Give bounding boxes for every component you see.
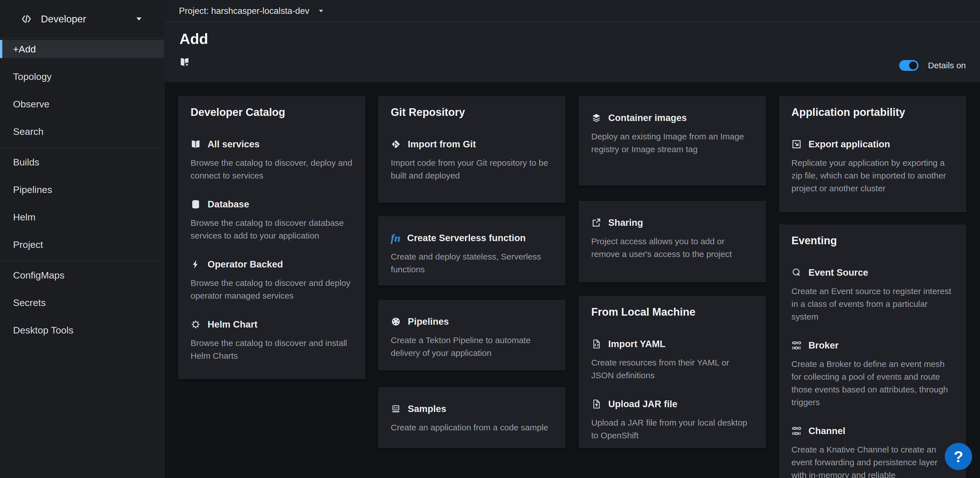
perspective-switcher[interactable]: Developer <box>0 0 164 38</box>
add-item-head: fnCreate Serverless function <box>391 233 553 243</box>
add-item-description: Create an application from a code sample <box>391 421 553 434</box>
add-item-database[interactable]: DatabaseBrowse the catalog to discover d… <box>191 199 353 242</box>
add-item-label: Channel <box>808 426 845 436</box>
card-title: Git Repository <box>391 106 553 118</box>
add-item-description: Browse the catalog to discover, deploy a… <box>191 156 353 182</box>
add-item-description: Create a Broker to define an event mesh … <box>791 357 954 408</box>
sidebar-item-label: ConfigMaps <box>13 270 64 281</box>
sidebar-item-topology[interactable]: Topology <box>0 67 164 86</box>
sidebar-item-observe[interactable]: Observe <box>0 95 164 113</box>
sidebar-item-project[interactable]: Project <box>0 235 164 254</box>
card-container-images: Container imagesDeploy an existing Image… <box>579 96 766 186</box>
add-item-pipelines[interactable]: PipelinesCreate a Tekton Pipeline to aut… <box>391 316 553 359</box>
add-item-label: Create Serverless function <box>407 233 526 243</box>
add-item-head: Container images <box>591 113 753 123</box>
add-item-description: Upload a JAR file from your local deskto… <box>591 416 753 442</box>
sidebar-item-configmaps[interactable]: ConfigMaps <box>0 266 164 284</box>
toggle-knob <box>909 62 917 70</box>
add-item-container-images[interactable]: Container imagesDeploy an existing Image… <box>591 113 753 156</box>
add-item-import-yaml[interactable]: Import YAMLCreate resources from their Y… <box>591 338 753 382</box>
details-toggle-group: Details on <box>899 60 966 71</box>
bolt-icon <box>191 259 201 270</box>
card-application-portability: Application portabilityExport applicatio… <box>779 96 966 212</box>
add-item-head: Upload JAR file <box>591 399 753 410</box>
masthead: Project: harshcasper-localsta-dev <box>165 0 980 22</box>
sidebar-item-desktop-tools[interactable]: Desktop Tools <box>0 321 164 339</box>
add-item-samples[interactable]: SamplesCreate an application from a code… <box>391 403 553 434</box>
add-item-label: Event Source <box>808 267 868 278</box>
help-button[interactable]: ? <box>945 443 972 470</box>
add-item-label: Sharing <box>608 217 643 228</box>
card-create-serverless-function: fnCreate Serverless functionCreate and d… <box>378 216 565 286</box>
sidebar-item-helm[interactable]: Helm <box>0 208 164 226</box>
helm-icon <box>191 319 201 330</box>
add-item-helm-chart[interactable]: Helm ChartBrowse the catalog to discover… <box>191 319 353 362</box>
layers-icon <box>591 113 601 123</box>
add-item-upload-jar-file[interactable]: Upload JAR fileUpload a JAR file from yo… <box>591 399 753 442</box>
openshift-developer-console: { "perspective_switcher": { "label": "De… <box>0 0 980 478</box>
file-code-icon <box>591 339 601 349</box>
page-title: Add <box>180 30 208 47</box>
sidebar-item-secrets[interactable]: Secrets <box>0 294 164 312</box>
add-item-head: Operator Backed <box>191 259 353 270</box>
sidebar-item-label: Secrets <box>13 297 46 308</box>
card-from-local-machine: From Local MachineImport YAMLCreate reso… <box>579 296 766 448</box>
event-source-icon <box>791 267 802 278</box>
add-item-label: Import YAML <box>608 338 665 349</box>
add-item-label: Pipelines <box>408 316 449 327</box>
add-item-description: Create and deploy stateless, Serverless … <box>391 250 553 276</box>
add-item-head: Event Source <box>791 267 954 278</box>
sidebar-item-search[interactable]: Search <box>0 122 164 141</box>
add-item-export-application[interactable]: Export applicationReplicate your applica… <box>791 139 954 195</box>
add-item-broker[interactable]: BrokerCreate a Broker to define an event… <box>791 340 954 408</box>
project-selector-label: Project: harshcasper-localsta-dev <box>179 6 309 16</box>
card-git-repository: Git RepositoryImport from GitImport code… <box>378 96 565 203</box>
add-item-head: All services <box>191 139 353 149</box>
card-title: Eventing <box>791 235 954 247</box>
add-item-channel[interactable]: ChannelCreate a Knative Channel to creat… <box>791 426 954 478</box>
add-item-head: Samples <box>391 403 553 414</box>
sidebar-item-builds[interactable]: Builds <box>0 153 164 171</box>
add-item-description: Browse the catalog to discover and insta… <box>191 337 353 362</box>
card-title: Developer Catalog <box>191 106 353 118</box>
add-item-head: Import from Git <box>391 139 553 149</box>
add-item-description: Create resources from their YAML or JSON… <box>591 356 753 382</box>
perspective-label: Developer <box>41 13 86 25</box>
sidebar-item-label: Helm <box>13 212 35 223</box>
sidebar-nav: +AddTopologyObserveSearchBuildsPipelines… <box>0 38 164 339</box>
sidebar-item-label: +Add <box>13 44 36 55</box>
add-item-head: Helm Chart <box>191 319 353 330</box>
add-item-head: Pipelines <box>391 316 553 327</box>
sidebar-item-add[interactable]: +Add <box>0 40 164 58</box>
card-eventing: EventingEvent SourceCreate an Event sour… <box>779 224 966 478</box>
add-item-description: Project access allows you to add or remo… <box>591 235 753 260</box>
add-item-import-from-git[interactable]: Import from GitImport code from your Git… <box>391 139 553 182</box>
add-item-head: Import YAML <box>591 338 753 349</box>
add-item-label: Database <box>208 199 249 210</box>
add-item-description: Create a Knative Channel to create an ev… <box>791 443 954 478</box>
project-selector[interactable]: Project: harshcasper-localsta-dev <box>179 6 324 16</box>
add-item-head: Broker <box>791 340 954 351</box>
add-item-description: Create a Tekton Pipeline to automate del… <box>391 334 553 359</box>
samples-icon <box>391 404 401 414</box>
add-item-event-source[interactable]: Event SourceCreate an Event source to re… <box>791 267 954 323</box>
file-upload-icon <box>591 399 601 409</box>
sidebar-item-label: Observe <box>13 98 49 110</box>
sidebar-item-label: Desktop Tools <box>13 325 73 336</box>
add-item-description: Browse the catalog to discover database … <box>191 216 353 242</box>
add-item-description: Browse the catalog to discover and deplo… <box>191 276 353 302</box>
add-item-all-services[interactable]: All servicesBrowse the catalog to discov… <box>191 139 353 182</box>
add-item-operator-backed[interactable]: Operator BackedBrowse the catalog to dis… <box>191 259 353 302</box>
details-toggle[interactable] <box>899 60 918 71</box>
share-icon <box>591 218 601 228</box>
quick-starts-button[interactable] <box>180 54 190 70</box>
add-item-label: Samples <box>408 403 446 414</box>
code-icon <box>21 13 32 25</box>
sidebar-item-label: Topology <box>13 71 52 82</box>
sidebar-item-pipelines[interactable]: Pipelines <box>0 181 164 199</box>
add-item-description: Deploy an existing Image from an Image r… <box>591 130 753 156</box>
add-item-sharing[interactable]: SharingProject access allows you to add … <box>591 217 753 260</box>
caret-down-icon <box>318 8 324 14</box>
add-item-create-serverless-function[interactable]: fnCreate Serverless functionCreate and d… <box>391 233 553 276</box>
details-toggle-label: Details on <box>928 60 966 70</box>
